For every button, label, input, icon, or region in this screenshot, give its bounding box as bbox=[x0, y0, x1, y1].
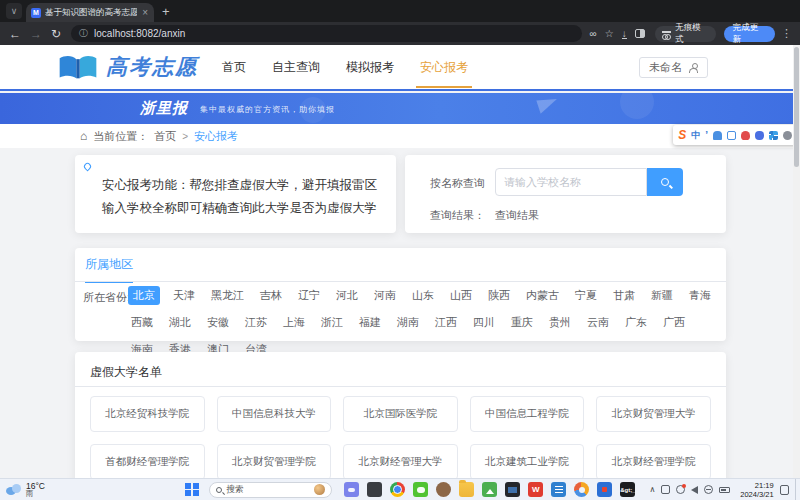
province-option[interactable]: 北京 bbox=[128, 286, 160, 305]
wps-icon[interactable]: W bbox=[528, 482, 543, 497]
province-option[interactable]: 福建 bbox=[356, 313, 384, 332]
tab-close-icon[interactable]: × bbox=[141, 7, 149, 18]
university-item[interactable]: 北京财贸管理学院 bbox=[217, 444, 332, 478]
university-item[interactable]: 北京经贸科技学院 bbox=[90, 396, 205, 432]
paw-icon[interactable] bbox=[741, 131, 750, 140]
photos-icon[interactable] bbox=[482, 482, 497, 497]
province-option[interactable]: 上海 bbox=[280, 313, 308, 332]
back-icon[interactable]: ← bbox=[9, 27, 21, 41]
province-option[interactable]: 天津 bbox=[170, 286, 198, 305]
province-option[interactable]: 甘肃 bbox=[610, 286, 638, 305]
browser-update-button[interactable]: 完成更新 bbox=[724, 26, 775, 42]
university-item[interactable]: 首都财经管理学院 bbox=[90, 444, 205, 478]
speaker-icon[interactable] bbox=[691, 486, 698, 494]
search-button[interactable] bbox=[647, 168, 683, 196]
province-option[interactable]: 青海 bbox=[686, 286, 714, 305]
url-bar[interactable]: ⓘ localhost:8082/anxin bbox=[71, 25, 582, 42]
nav-item[interactable]: 自主查询 bbox=[272, 45, 320, 89]
province-option[interactable]: 安徽 bbox=[204, 313, 232, 332]
tab-search-button[interactable]: ∨ bbox=[6, 3, 22, 19]
tab-region[interactable]: 所属地区 bbox=[85, 256, 133, 283]
punctuation-icon[interactable]: ’ bbox=[705, 130, 708, 141]
weather-widget[interactable]: 16°C 雨 bbox=[6, 482, 45, 498]
page-scrollbar[interactable] bbox=[793, 45, 800, 478]
province-option[interactable]: 河北 bbox=[333, 286, 361, 305]
taskbar-clock[interactable]: 21:19 2024/3/21 bbox=[740, 481, 773, 499]
taskbar-search[interactable]: 搜索 bbox=[209, 482, 333, 498]
university-item[interactable]: 北京财经管理大学 bbox=[343, 444, 458, 478]
province-option[interactable]: 河南 bbox=[371, 286, 399, 305]
university-item[interactable]: 北京财经管理学院 bbox=[596, 444, 711, 478]
nav-item[interactable]: 首页 bbox=[222, 45, 246, 89]
chrome-icon[interactable] bbox=[390, 482, 405, 497]
university-item[interactable]: 北京国际医学院 bbox=[343, 396, 458, 432]
tray-expand-icon[interactable]: ∧ bbox=[649, 485, 655, 494]
province-option[interactable]: 宁夏 bbox=[572, 286, 600, 305]
blue-red-app-icon[interactable] bbox=[597, 482, 612, 497]
province-option[interactable]: 吉林 bbox=[257, 286, 285, 305]
province-option[interactable]: 湖南 bbox=[394, 313, 422, 332]
province-option[interactable]: 新疆 bbox=[648, 286, 676, 305]
province-option[interactable]: 山东 bbox=[409, 286, 437, 305]
school-name-input[interactable] bbox=[495, 168, 647, 196]
new-tab-button[interactable]: + bbox=[162, 4, 170, 19]
sogou-logo-icon[interactable]: S bbox=[678, 128, 686, 142]
battery-icon[interactable] bbox=[719, 487, 730, 493]
province-option[interactable]: 云南 bbox=[584, 313, 612, 332]
province-option[interactable]: 四川 bbox=[470, 313, 498, 332]
province-option[interactable]: 广西 bbox=[660, 313, 688, 332]
province-option[interactable]: 江苏 bbox=[242, 313, 270, 332]
university-item[interactable]: 中国信息工程学院 bbox=[470, 396, 585, 432]
pen-icon[interactable] bbox=[661, 485, 670, 494]
bookmark-star-icon[interactable]: ☆ bbox=[605, 28, 614, 39]
dark-window-icon[interactable] bbox=[367, 482, 382, 497]
province-option[interactable]: 广东 bbox=[622, 313, 650, 332]
show-desktop-strip[interactable] bbox=[795, 479, 800, 500]
province-option[interactable]: 辽宁 bbox=[295, 286, 323, 305]
teams-icon[interactable] bbox=[344, 482, 359, 497]
notification-center-icon[interactable] bbox=[780, 485, 790, 495]
site-info-icon[interactable]: ⓘ bbox=[79, 27, 88, 40]
province-option[interactable]: 江西 bbox=[432, 313, 460, 332]
download-icon[interactable]: ↓ bbox=[622, 29, 627, 39]
university-item[interactable]: 北京财贸管理大学 bbox=[596, 396, 711, 432]
clock-icon[interactable] bbox=[676, 485, 685, 494]
user-box[interactable]: 未命名 bbox=[639, 57, 708, 78]
toolbox-grid-icon[interactable] bbox=[769, 131, 778, 140]
reload-icon[interactable]: ↻ bbox=[51, 27, 61, 41]
nav-item[interactable]: 安心报考 bbox=[420, 45, 468, 89]
ime-settings-icon[interactable] bbox=[783, 131, 792, 140]
province-option[interactable]: 西藏 bbox=[128, 313, 156, 332]
province-option[interactable]: 浙江 bbox=[318, 313, 346, 332]
document-app-icon[interactable] bbox=[551, 482, 566, 497]
start-button[interactable] bbox=[185, 483, 199, 497]
file-explorer-icon[interactable] bbox=[459, 482, 474, 497]
browser-menu-icon[interactable]: ⋮ bbox=[781, 27, 792, 40]
province-option[interactable]: 陕西 bbox=[485, 286, 513, 305]
language-mode-icon[interactable]: 中 bbox=[691, 129, 700, 142]
province-option[interactable]: 重庆 bbox=[508, 313, 536, 332]
monitor-icon[interactable] bbox=[505, 482, 520, 497]
province-option[interactable]: 湖北 bbox=[166, 313, 194, 332]
color-wheel-icon[interactable] bbox=[574, 482, 589, 497]
gamepad-icon[interactable] bbox=[755, 131, 764, 140]
province-option[interactable]: 山西 bbox=[447, 286, 475, 305]
terminal-icon[interactable]: &gt;_ bbox=[620, 482, 635, 497]
wechat-icon[interactable] bbox=[413, 482, 428, 497]
nav-item[interactable]: 模拟报考 bbox=[346, 45, 394, 89]
scrollbar-thumb[interactable] bbox=[794, 47, 799, 167]
forward-icon[interactable]: → bbox=[30, 27, 42, 41]
browser-tab[interactable]: M 基于知识图谱的高考志愿智能... × bbox=[26, 3, 154, 22]
breadcrumb-home-link[interactable]: 首页 bbox=[154, 129, 176, 144]
site-logo[interactable]: 高考志愿 bbox=[58, 53, 198, 81]
province-option[interactable]: 贵州 bbox=[546, 313, 574, 332]
round-app-icon[interactable] bbox=[436, 482, 451, 497]
keyboard-icon[interactable] bbox=[727, 131, 736, 140]
side-panel-icon[interactable] bbox=[635, 29, 645, 38]
university-item[interactable]: 北京建筑工业学院 bbox=[470, 444, 585, 478]
province-option[interactable]: 黑龙江 bbox=[208, 286, 247, 305]
province-option[interactable]: 内蒙古 bbox=[523, 286, 562, 305]
link-icon[interactable]: ∞ bbox=[590, 28, 597, 39]
network-icon[interactable] bbox=[704, 485, 713, 494]
university-item[interactable]: 中国信息科技大学 bbox=[217, 396, 332, 432]
